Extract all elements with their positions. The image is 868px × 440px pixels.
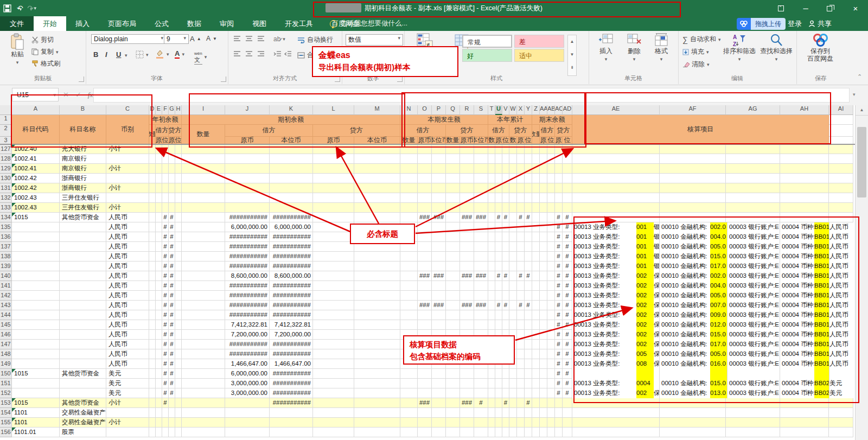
cell-AG132[interactable] [726,193,780,203]
cell-C130[interactable] [106,174,149,183]
cell-N151[interactable] [400,379,418,388]
cell-N132[interactable] [400,193,418,203]
cell-AI134[interactable] [829,213,853,222]
cell-K154[interactable] [270,408,313,418]
cell-F132[interactable] [162,193,169,203]
cell-AH128[interactable] [780,154,829,164]
cell-L137[interactable] [313,242,354,252]
cell-T133[interactable] [488,203,495,213]
cell-I138[interactable] [182,252,225,262]
style-good[interactable]: 好 [462,49,512,62]
cell-AB145[interactable] [547,320,555,330]
header-cell-E-借方[interactable]: 借方 [156,125,169,137]
cell-V132[interactable] [502,193,509,203]
ae-segment-c3-145[interactable]: BB01 [814,320,829,330]
cell-AC136[interactable]: # [555,232,563,242]
header-cell-I-期初余额[interactable]: 期初余额 [182,115,400,125]
cell-J151[interactable]: 3,000,000.00 [225,379,270,388]
cell-G148[interactable]: # [169,349,175,359]
cell-U138[interactable] [495,252,502,262]
cell-Q135[interactable] [446,222,460,232]
header-cell-U-原[interactable]: 原 [495,137,502,144]
cell-B141[interactable] [60,281,106,291]
ae-segment-cur-151[interactable]: 美元 [829,379,854,388]
ae-segment-c1-140[interactable]: 002 [636,271,654,281]
cell-P134[interactable]: ### [432,213,446,222]
cell-H143[interactable] [175,301,182,310]
cell-Z155[interactable] [532,418,540,428]
cell-G129[interactable] [169,164,175,174]
cell-K143[interactable]: ########### [270,301,313,310]
cell-H144[interactable] [175,310,182,320]
ae-segment-c3-141[interactable]: BB01 [814,281,829,291]
cell-L142[interactable] [313,291,354,301]
cell-T137[interactable] [488,242,495,252]
header-cell-N-本期发生额[interactable]: 本期发生额 [400,115,488,125]
cell-AH155[interactable] [780,418,829,428]
cell-E133[interactable] [156,203,162,213]
maximize-restore-icon[interactable] [818,0,843,16]
cell-V128[interactable] [502,154,509,164]
phonetic-button[interactable]: wén文▾ [194,49,207,65]
header-cell-V-位[interactable]: 位 [502,137,509,144]
cell-Z154[interactable] [532,408,540,418]
row-header-152[interactable]: 152 [0,388,12,398]
cell-T145[interactable] [488,320,495,330]
ae-segment-c1-138[interactable]: 001 [636,252,654,262]
cell-P137[interactable] [432,242,446,252]
ae-segment-c2-149[interactable]: 016.0 [710,359,727,369]
cell-AC129[interactable] [555,164,563,174]
alignment-dialog-launcher[interactable] [335,76,340,82]
ae-segment-c2-138[interactable]: 015.0 [710,252,727,262]
cell-AB134[interactable] [547,213,555,222]
header-cell-F-位[interactable]: 位 [162,137,169,144]
cancel-icon[interactable]: ✕ [63,91,69,99]
cell-L150[interactable] [313,369,354,379]
ae-segment-clip-140[interactable]: 保 [654,271,660,281]
enter-icon[interactable]: ✓ [75,91,81,99]
cell-E131[interactable] [156,183,162,193]
cell-I134[interactable] [182,213,225,222]
cell-D147[interactable] [149,340,156,349]
cell-G127[interactable] [169,144,175,154]
cell-Z133[interactable] [532,203,540,213]
cell-Y153[interactable]: # [525,398,532,408]
cell-AB129[interactable] [547,164,555,174]
cell-W141[interactable] [509,281,517,291]
cell-AI127[interactable] [829,144,853,154]
cell-R150[interactable] [460,369,474,379]
ae-segment-l1-136[interactable]: 00013 业务类型: [572,232,636,242]
format-cells-button[interactable]: 格式▾ [649,33,673,63]
cell-Y154[interactable] [525,408,532,418]
ae-segment-l2-148[interactable]: 00010 金融机构: [660,349,710,359]
ae-segment-cur-139[interactable]: 人民币 [829,262,854,271]
ae-segment-l4-136[interactable]: 00004 币种: [780,232,814,242]
cell-U150[interactable] [495,369,502,379]
cell-C132[interactable] [106,193,149,203]
cell-A144[interactable] [12,310,60,320]
cell-D127[interactable] [149,144,156,154]
cell-N139[interactable] [400,262,418,271]
cell-AC153[interactable] [555,398,563,408]
cell-AG130[interactable] [726,174,780,183]
ae-segment-l2-149[interactable]: 00010 金融机构: [660,359,710,369]
cell-S134[interactable]: ### [474,213,488,222]
cell-L128[interactable] [313,154,354,164]
cell-AF156[interactable] [660,428,726,437]
cell-O154[interactable] [418,408,432,418]
ae-segment-l1-151[interactable]: 00013 业务类型: [572,379,636,388]
cell-D129[interactable] [149,164,156,174]
header-cell-AI[interactable] [829,137,853,144]
ae-segment-c1-144[interactable]: 002 [636,310,654,320]
cell-N141[interactable] [400,281,418,291]
cell-L131[interactable] [313,183,354,193]
styles-gallery-scroll[interactable]: ▲▼⇟ [567,35,577,76]
cell-K133[interactable] [270,203,313,213]
cell-K138[interactable]: ########### [270,252,313,262]
cell-D128[interactable] [149,154,156,164]
cell-T132[interactable] [488,193,495,203]
cell-B131[interactable]: 浙商银行 [60,183,106,193]
cell-A142[interactable] [12,291,60,301]
cell-F129[interactable] [162,164,169,174]
cell-X152[interactable] [517,388,525,398]
